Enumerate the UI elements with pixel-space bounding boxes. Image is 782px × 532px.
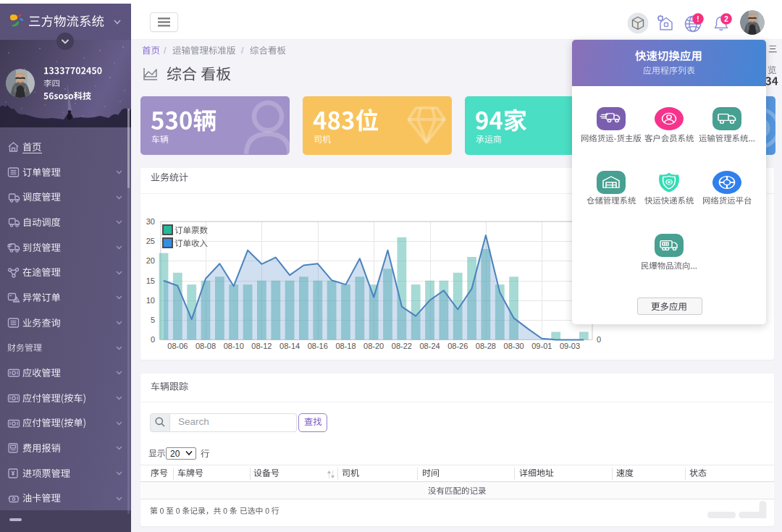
svg-text:!: ! <box>697 15 699 23</box>
svg-text:2: 2 <box>724 15 728 23</box>
